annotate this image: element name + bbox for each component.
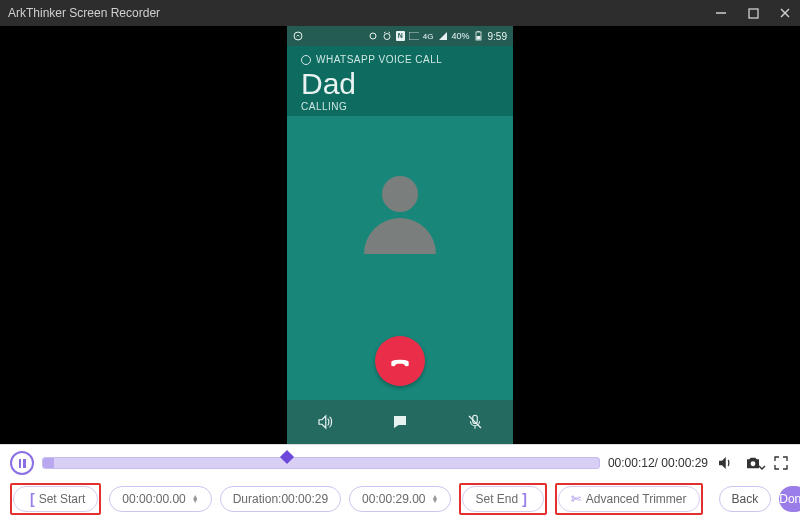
mic-off-icon (466, 413, 484, 431)
maximize-button[interactable] (746, 6, 760, 20)
minimize-button[interactable] (714, 6, 728, 20)
fullscreen-button[interactable] (772, 454, 790, 472)
set-end-highlight: Set End ] (459, 483, 546, 515)
svg-rect-10 (477, 36, 481, 40)
stepper-icon[interactable]: ▲▼ (192, 495, 199, 503)
back-label: Back (732, 492, 759, 506)
alarm-icon (382, 31, 392, 41)
speaker-button[interactable] (287, 400, 362, 444)
hangup-area (287, 326, 513, 400)
set-end-label: Set End (475, 492, 518, 506)
time-total: 00:00:29 (661, 456, 708, 470)
battery-percent: 40% (452, 31, 470, 41)
chevron-down-icon (758, 464, 766, 472)
timeline-slider[interactable] (42, 455, 600, 471)
end-time-field[interactable]: 00:00:29.00 ▲▼ (349, 486, 451, 512)
chat-button[interactable] (362, 400, 437, 444)
bracket-open-icon: [ (30, 491, 35, 507)
window-controls (714, 6, 792, 20)
duration-field: Duration:00:00:29 (220, 486, 341, 512)
bracket-close-icon: ] (522, 491, 527, 507)
volte-icon (409, 31, 419, 41)
advanced-trimmer-button[interactable]: ✄ Advanced Trimmer (558, 486, 700, 512)
snapshot-button[interactable] (744, 454, 762, 472)
video-preview-area: N 4G 40% 9:59 WHATSAPP VOICE CALL Dad CA… (0, 26, 800, 444)
stepper-icon[interactable]: ▲▼ (432, 495, 439, 503)
contact-avatar-icon (355, 176, 445, 266)
phone-hangup-icon (387, 348, 413, 374)
signal-icon (438, 31, 448, 41)
call-actions (287, 400, 513, 444)
nfc-badge: N (396, 31, 405, 41)
avatar-area (287, 116, 513, 326)
editor-panel: 00:00:12/ 00:00:29 [ Set Start 00:00:00.… (0, 444, 800, 532)
duration-label: Duration:00:00:29 (233, 492, 328, 506)
timeline-selection (43, 458, 54, 468)
trim-row: [ Set Start 00:00:00.00 ▲▼ Duration:00:0… (10, 483, 790, 515)
advanced-trimmer-highlight: ✄ Advanced Trimmer (555, 483, 703, 515)
done-label: Done (779, 492, 800, 506)
svg-line-7 (388, 32, 390, 33)
set-start-label: Set Start (39, 492, 86, 506)
volume-icon (716, 454, 734, 472)
mute-button[interactable] (438, 400, 513, 444)
volume-button[interactable] (716, 454, 734, 472)
whatsapp-label-text: WHATSAPP VOICE CALL (316, 54, 442, 65)
timeline-playhead[interactable] (280, 450, 294, 464)
clock-time: 9:59 (488, 31, 507, 42)
end-time-value: 00:00:29.00 (362, 492, 425, 506)
back-button[interactable]: Back (719, 486, 772, 512)
fullscreen-icon (773, 455, 789, 471)
svg-line-6 (384, 32, 386, 33)
network-4g: 4G (423, 32, 434, 41)
done-button[interactable]: Done (779, 486, 800, 512)
scissors-icon: ✄ (571, 492, 581, 506)
caller-name: Dad (301, 67, 499, 101)
call-state: CALLING (301, 101, 499, 112)
chat-icon (391, 413, 409, 431)
close-button[interactable] (778, 6, 792, 20)
svg-rect-1 (749, 9, 758, 18)
window-titlebar: ArkThinker Screen Recorder (0, 0, 800, 26)
whatsapp-status-icon (293, 31, 303, 41)
start-time-field[interactable]: 00:00:00.00 ▲▼ (109, 486, 211, 512)
set-start-button[interactable]: [ Set Start (13, 486, 98, 512)
playback-row: 00:00:12/ 00:00:29 (10, 451, 790, 475)
hangup-button[interactable] (375, 336, 425, 386)
pause-icon (19, 459, 26, 468)
advanced-trimmer-label: Advanced Trimmer (586, 492, 687, 506)
svg-point-5 (384, 34, 390, 40)
start-time-value: 00:00:00.00 (122, 492, 185, 506)
pause-button[interactable] (10, 451, 34, 475)
call-header: WHATSAPP VOICE CALL Dad CALLING (287, 46, 513, 116)
set-end-button[interactable]: Set End ] (462, 486, 543, 512)
phone-screen: N 4G 40% 9:59 WHATSAPP VOICE CALL Dad CA… (287, 26, 513, 444)
app-title: ArkThinker Screen Recorder (8, 6, 160, 20)
svg-rect-11 (478, 31, 480, 32)
battery-icon (474, 31, 484, 41)
svg-point-4 (294, 32, 302, 40)
svg-rect-8 (409, 32, 419, 40)
speaker-icon (316, 413, 334, 431)
sync-icon (368, 31, 378, 41)
time-current: 00:00:12 (608, 456, 655, 470)
whatsapp-call-label: WHATSAPP VOICE CALL (301, 54, 499, 65)
svg-point-14 (751, 461, 756, 466)
set-start-highlight: [ Set Start (10, 483, 101, 515)
phone-statusbar: N 4G 40% 9:59 (287, 26, 513, 46)
whatsapp-ring-icon (301, 55, 311, 65)
time-counter: 00:00:12/ 00:00:29 (608, 456, 708, 470)
